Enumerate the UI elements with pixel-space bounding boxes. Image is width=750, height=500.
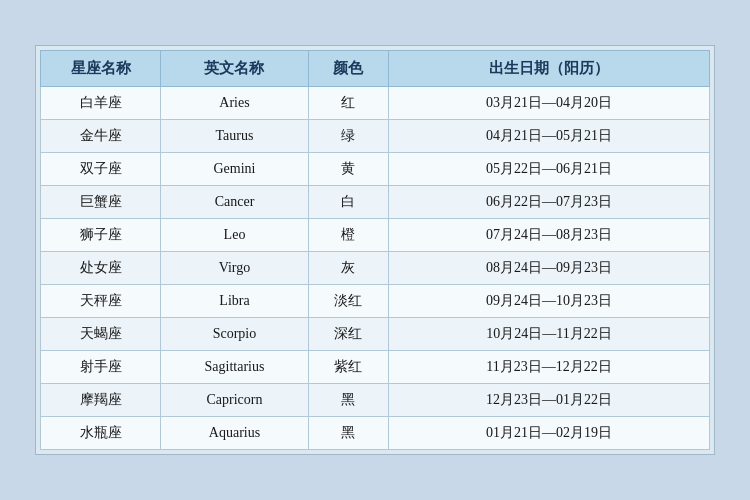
cell-zh: 双子座 — [41, 153, 161, 186]
cell-color: 淡红 — [308, 285, 388, 318]
zodiac-table-container: 星座名称 英文名称 颜色 出生日期（阳历） 白羊座Aries红03月21日—04… — [35, 45, 715, 455]
cell-date: 07月24日—08月23日 — [388, 219, 709, 252]
cell-date: 09月24日—10月23日 — [388, 285, 709, 318]
zodiac-table: 星座名称 英文名称 颜色 出生日期（阳历） 白羊座Aries红03月21日—04… — [40, 50, 710, 450]
cell-en: Libra — [161, 285, 308, 318]
cell-color: 紫红 — [308, 351, 388, 384]
cell-zh: 巨蟹座 — [41, 186, 161, 219]
cell-en: Capricorn — [161, 384, 308, 417]
cell-zh: 天秤座 — [41, 285, 161, 318]
table-row: 天秤座Libra淡红09月24日—10月23日 — [41, 285, 710, 318]
table-row: 巨蟹座Cancer白06月22日—07月23日 — [41, 186, 710, 219]
cell-color: 绿 — [308, 120, 388, 153]
cell-zh: 天蝎座 — [41, 318, 161, 351]
cell-color: 黄 — [308, 153, 388, 186]
cell-zh: 水瓶座 — [41, 417, 161, 450]
cell-zh: 白羊座 — [41, 87, 161, 120]
table-row: 白羊座Aries红03月21日—04月20日 — [41, 87, 710, 120]
cell-color: 灰 — [308, 252, 388, 285]
cell-date: 05月22日—06月21日 — [388, 153, 709, 186]
table-header-row: 星座名称 英文名称 颜色 出生日期（阳历） — [41, 51, 710, 87]
header-en: 英文名称 — [161, 51, 308, 87]
cell-date: 04月21日—05月21日 — [388, 120, 709, 153]
cell-en: Scorpio — [161, 318, 308, 351]
cell-en: Gemini — [161, 153, 308, 186]
cell-zh: 射手座 — [41, 351, 161, 384]
cell-date: 08月24日—09月23日 — [388, 252, 709, 285]
header-zh: 星座名称 — [41, 51, 161, 87]
cell-color: 红 — [308, 87, 388, 120]
cell-zh: 摩羯座 — [41, 384, 161, 417]
cell-en: Cancer — [161, 186, 308, 219]
cell-date: 06月22日—07月23日 — [388, 186, 709, 219]
cell-en: Aries — [161, 87, 308, 120]
cell-zh: 金牛座 — [41, 120, 161, 153]
table-row: 射手座Sagittarius紫红11月23日—12月22日 — [41, 351, 710, 384]
cell-en: Taurus — [161, 120, 308, 153]
table-row: 天蝎座Scorpio深红10月24日—11月22日 — [41, 318, 710, 351]
cell-date: 10月24日—11月22日 — [388, 318, 709, 351]
cell-date: 01月21日—02月19日 — [388, 417, 709, 450]
header-date: 出生日期（阳历） — [388, 51, 709, 87]
cell-en: Virgo — [161, 252, 308, 285]
cell-zh: 狮子座 — [41, 219, 161, 252]
cell-color: 白 — [308, 186, 388, 219]
table-row: 摩羯座Capricorn黑12月23日—01月22日 — [41, 384, 710, 417]
header-color: 颜色 — [308, 51, 388, 87]
cell-zh: 处女座 — [41, 252, 161, 285]
cell-en: Sagittarius — [161, 351, 308, 384]
table-row: 水瓶座Aquarius黑01月21日—02月19日 — [41, 417, 710, 450]
cell-date: 11月23日—12月22日 — [388, 351, 709, 384]
cell-date: 03月21日—04月20日 — [388, 87, 709, 120]
cell-en: Leo — [161, 219, 308, 252]
table-row: 狮子座Leo橙07月24日—08月23日 — [41, 219, 710, 252]
cell-color: 黑 — [308, 384, 388, 417]
table-row: 处女座Virgo灰08月24日—09月23日 — [41, 252, 710, 285]
cell-color: 深红 — [308, 318, 388, 351]
table-row: 双子座Gemini黄05月22日—06月21日 — [41, 153, 710, 186]
cell-date: 12月23日—01月22日 — [388, 384, 709, 417]
table-row: 金牛座Taurus绿04月21日—05月21日 — [41, 120, 710, 153]
cell-color: 橙 — [308, 219, 388, 252]
cell-color: 黑 — [308, 417, 388, 450]
cell-en: Aquarius — [161, 417, 308, 450]
